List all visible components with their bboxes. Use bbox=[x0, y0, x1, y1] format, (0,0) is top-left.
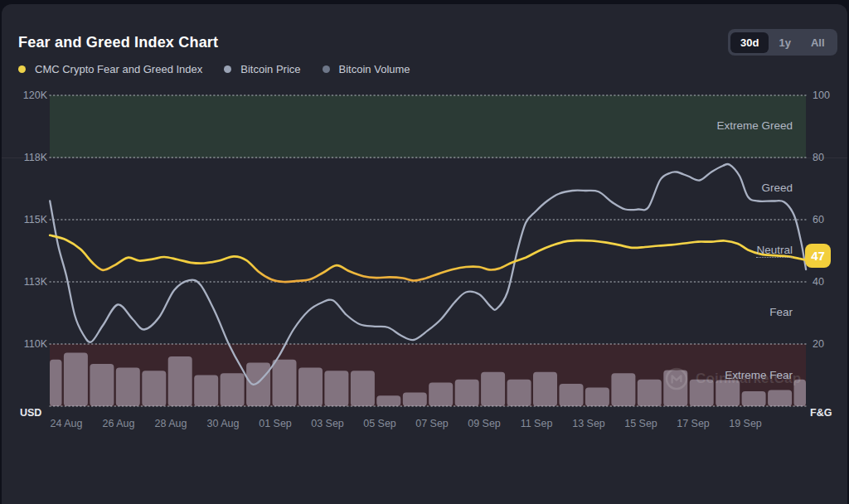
x-axis-label: 09 Sep bbox=[468, 418, 501, 429]
x-axis-label: 30 Aug bbox=[207, 418, 240, 429]
right-axis-tick: 60 bbox=[813, 213, 824, 226]
x-axis-label: 26 Aug bbox=[103, 418, 135, 429]
x-axis-label: 11 Sep bbox=[521, 418, 553, 429]
right-axis-tick: 100 bbox=[813, 89, 830, 102]
x-axis-label: 17 Sep bbox=[677, 418, 710, 429]
left-axis-tick: 113K bbox=[6, 275, 47, 288]
x-axis-label: 01 Sep bbox=[259, 418, 292, 429]
x-axis-label: 05 Sep bbox=[363, 418, 396, 429]
right-axis-tick: 20 bbox=[813, 337, 824, 351]
right-axis-tick: 40 bbox=[813, 275, 824, 288]
fear-greed-chart-card: Fear and Greed Index Chart CMC Crypto Fe… bbox=[2, 4, 847, 504]
x-axis-label: 13 Sep bbox=[572, 418, 605, 429]
left-axis-unit: USD bbox=[20, 407, 41, 419]
x-axis-label: 03 Sep bbox=[311, 418, 344, 429]
left-axis-tick: 118K bbox=[6, 151, 47, 164]
x-axis-label: 19 Sep bbox=[729, 418, 762, 429]
axis-layer: 120K118K115K113K110K10080604020USDF&G24 … bbox=[2, 4, 847, 504]
coinmarketcap-logo-icon bbox=[664, 366, 689, 391]
x-axis-label: 07 Sep bbox=[415, 418, 449, 429]
right-axis-tick: 80 bbox=[813, 151, 824, 164]
right-axis-unit: F&G bbox=[810, 407, 832, 419]
current-value-badge: 47 bbox=[805, 244, 831, 268]
zone-label-greed: Greed bbox=[761, 182, 793, 194]
left-axis-tick: 115K bbox=[6, 213, 47, 226]
zone-label-neutral: Neutral bbox=[756, 244, 793, 258]
zone-label-extreme-fear: Extreme Fear bbox=[725, 369, 793, 381]
x-axis-label: 24 Aug bbox=[51, 418, 83, 429]
zone-label-fear: Fear bbox=[769, 306, 793, 318]
zone-label-extreme-greed: Extreme Greed bbox=[716, 119, 793, 132]
x-axis-label: 15 Sep bbox=[624, 418, 657, 429]
left-axis-tick: 110K bbox=[6, 337, 47, 351]
left-axis-tick: 120K bbox=[6, 89, 47, 102]
x-axis-label: 28 Aug bbox=[155, 418, 187, 429]
